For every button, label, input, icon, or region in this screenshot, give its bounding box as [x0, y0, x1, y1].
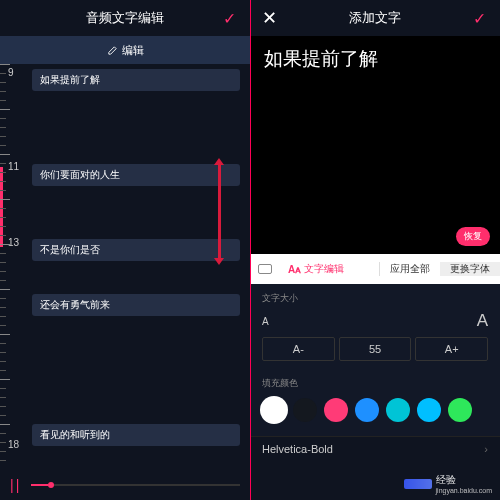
- player-bar: ||: [0, 470, 250, 500]
- tab-change-font[interactable]: 更换字体: [440, 262, 500, 276]
- keyboard-icon: [258, 264, 272, 274]
- ruler-num: 13: [8, 237, 19, 248]
- ruler: 9 11 13 18: [0, 64, 26, 470]
- baidu-logo-icon: [404, 479, 432, 489]
- confirm-button[interactable]: ✓: [473, 9, 486, 28]
- size-minus-button[interactable]: A-: [262, 337, 335, 361]
- size-plus-button[interactable]: A+: [415, 337, 488, 361]
- font-name: Helvetica-Bold: [262, 443, 333, 455]
- preview-text: 如果提前了解: [264, 46, 486, 72]
- text-preview[interactable]: 如果提前了解 恢复: [250, 36, 500, 254]
- color-swatch[interactable]: [262, 398, 286, 422]
- left-title: 音频文字编辑: [86, 9, 164, 27]
- add-text-screen: ✕ 添加文字 ✓ 如果提前了解 恢复 Aᴀ 文字编辑 应用全部 更换字体 文字大…: [250, 0, 500, 500]
- color-swatch[interactable]: [293, 398, 317, 422]
- size-max-icon: A: [477, 311, 488, 331]
- close-button[interactable]: ✕: [262, 7, 277, 29]
- tab-row: Aᴀ 文字编辑 应用全部 更换字体: [250, 254, 500, 284]
- lyric-text: 不是你们是否: [40, 243, 100, 257]
- right-title: 添加文字: [349, 9, 401, 27]
- size-value: 55: [339, 337, 412, 361]
- ruler-num: 9: [8, 67, 14, 78]
- lyric-text: 如果提前了解: [40, 73, 100, 87]
- screen-divider: [250, 0, 251, 500]
- timeline[interactable]: 9 11 13 18 如果提前了解 你们要面对的人生 不是你们是否 还会有勇气前…: [0, 64, 250, 470]
- color-swatch[interactable]: [355, 398, 379, 422]
- size-min-icon: A: [262, 316, 269, 327]
- left-header: 音频文字编辑 ✓: [0, 0, 250, 36]
- color-swatches: [262, 396, 488, 428]
- color-swatch[interactable]: [448, 398, 472, 422]
- keyboard-button[interactable]: [250, 264, 280, 274]
- lyric-text: 看见的和听到的: [40, 428, 110, 442]
- watermark-url: jingyan.baidu.com: [436, 487, 492, 494]
- lyric-item[interactable]: 你们要面对的人生: [32, 164, 240, 186]
- lyric-text: 还会有勇气前来: [40, 298, 110, 312]
- lyric-text: 你们要面对的人生: [40, 168, 120, 182]
- progress-bar[interactable]: [31, 484, 240, 486]
- edit-label: 编辑: [122, 43, 144, 58]
- watermark-sub: 经验: [436, 474, 456, 485]
- lyric-item[interactable]: 如果提前了解: [32, 69, 240, 91]
- fill-label: 填充颜色: [262, 377, 488, 390]
- ruler-num: 11: [8, 161, 19, 172]
- color-section: 填充颜色: [250, 369, 500, 436]
- edit-button[interactable]: 编辑: [0, 36, 250, 64]
- size-slider[interactable]: A A: [262, 311, 488, 331]
- drag-arrow-icon: [218, 164, 221, 259]
- right-header: ✕ 添加文字 ✓: [250, 0, 500, 36]
- size-section: 文字大小 A A A- 55 A+: [250, 284, 500, 369]
- color-swatch[interactable]: [417, 398, 441, 422]
- tab-label: 文字编辑: [304, 262, 344, 276]
- lyric-item[interactable]: 不是你们是否: [32, 239, 240, 261]
- size-stepper: A- 55 A+: [262, 337, 488, 361]
- tab-apply-all[interactable]: 应用全部: [379, 262, 440, 276]
- lyric-item[interactable]: 看见的和听到的: [32, 424, 240, 446]
- lyric-item[interactable]: 还会有勇气前来: [32, 294, 240, 316]
- watermark: 经验 jingyan.baidu.com: [404, 473, 492, 494]
- ruler-num: 18: [8, 439, 19, 450]
- size-label: 文字大小: [262, 292, 488, 305]
- edit-icon: [107, 45, 118, 56]
- confirm-button[interactable]: ✓: [223, 9, 236, 28]
- font-selector[interactable]: Helvetica-Bold ›: [250, 436, 500, 461]
- chevron-right-icon: ›: [484, 443, 488, 455]
- tab-text-edit[interactable]: Aᴀ 文字编辑: [280, 262, 352, 276]
- color-swatch[interactable]: [386, 398, 410, 422]
- audio-text-edit-screen: 音频文字编辑 ✓ 编辑 9 11 13 18 如果提前了解 你们要面对的人生 不…: [0, 0, 250, 500]
- text-edit-icon: Aᴀ: [288, 264, 301, 275]
- color-swatch[interactable]: [324, 398, 348, 422]
- pause-button[interactable]: ||: [10, 477, 21, 493]
- restore-button[interactable]: 恢复: [456, 227, 490, 246]
